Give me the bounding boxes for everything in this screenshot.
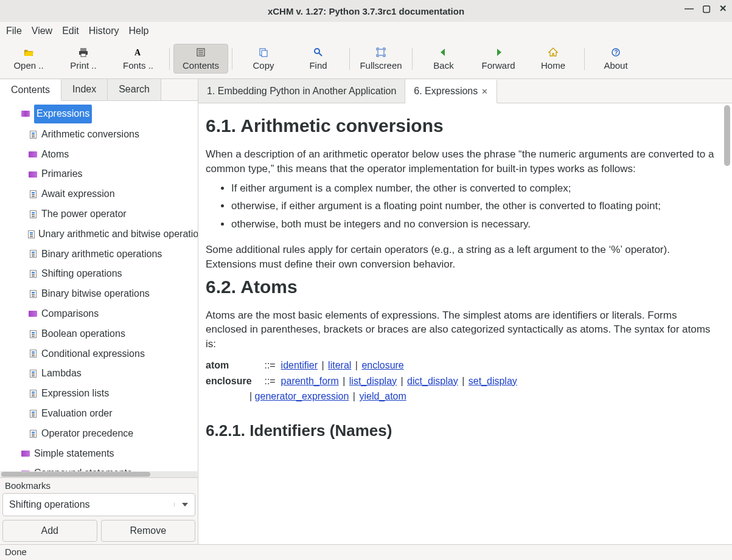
close-icon[interactable]: ✕ — [481, 87, 488, 96]
tree-item-label: Atoms — [41, 146, 69, 164]
grammar-link[interactable]: list_display — [349, 376, 397, 386]
document-scrollbar[interactable] — [724, 105, 730, 542]
tree-item[interactable]: Binary arithmetic operations — [0, 244, 198, 264]
tree-item[interactable]: Atoms — [0, 145, 198, 165]
svg-rect-2 — [81, 54, 86, 57]
menu-edit[interactable]: Edit — [62, 26, 79, 36]
bookmarks-combo[interactable]: Shifting operations — [2, 493, 195, 516]
fonts-button[interactable]: AFonts .. — [111, 44, 166, 73]
folder-open-icon — [24, 47, 33, 58]
fullscreen-icon — [376, 47, 386, 58]
tree-item-label: Primaries — [41, 165, 83, 183]
tree-item[interactable]: Primaries — [0, 164, 198, 184]
bookmarks-selected: Shifting operations — [3, 499, 174, 510]
doc-tab-label: 6. Expressions — [414, 86, 478, 97]
copy-button[interactable]: Copy — [236, 44, 291, 73]
grammar-link[interactable]: generator_expression — [255, 391, 349, 401]
tree-item[interactable]: Await expression — [0, 184, 198, 204]
tree-item-label: Expressions — [34, 105, 92, 123]
right-panel: 1. Embedding Python in Another Applicati… — [198, 79, 732, 544]
grammar-link[interactable]: identifier — [281, 360, 318, 370]
menu-view[interactable]: View — [32, 26, 52, 36]
toolbar-label: Back — [433, 60, 453, 71]
about-button[interactable]: ?About — [588, 44, 643, 73]
grammar-link[interactable]: literal — [328, 360, 351, 370]
heading-6-1: 6.1. Arithmetic conversions — [206, 116, 720, 136]
tree-item[interactable]: Compound statements — [0, 463, 198, 471]
bookmarks-label: Bookmarks — [2, 479, 195, 492]
statusbar: Done — [0, 544, 732, 560]
tree-item[interactable]: Evaluation order — [0, 404, 198, 424]
tree-item-label: The power operator — [41, 206, 127, 223]
tree-item[interactable]: Binary bitwise operations — [0, 284, 198, 304]
svg-rect-0 — [80, 48, 86, 51]
tree-item[interactable]: Comparisons — [0, 304, 198, 324]
grammar-link[interactable]: dict_display — [407, 376, 458, 386]
back-button[interactable]: Back — [416, 44, 471, 73]
maximize-button[interactable]: ▢ — [702, 4, 711, 13]
doc-tab[interactable]: 1. Embedding Python in Another Applicati… — [198, 79, 405, 103]
paragraph: Atoms are the most basic elements of exp… — [206, 308, 720, 351]
bookmark-add-button[interactable]: Add — [2, 520, 97, 542]
tree-item[interactable]: Shifting operations — [0, 264, 198, 284]
tree-item-label: Binary bitwise operations — [41, 285, 150, 303]
tree-item[interactable]: Expression lists — [0, 384, 198, 404]
contents-tree[interactable]: ExpressionsArithmetic conversionsAtomsPr… — [0, 101, 198, 471]
document-body[interactable]: 6.1. Arithmetic conversions When a descr… — [198, 103, 732, 544]
menu-file[interactable]: File — [6, 26, 22, 36]
toolbar-label: Home — [541, 60, 565, 71]
copy-icon — [259, 47, 268, 58]
close-button[interactable]: ✕ — [719, 4, 727, 13]
tree-item-label: Evaluation order — [41, 405, 113, 423]
tree-item-label: Lambdas — [41, 365, 82, 382]
paragraph: Some additional rules apply for certain … — [206, 243, 720, 272]
toolbar-label: Forward — [481, 60, 515, 71]
left-tab-index[interactable]: Index — [61, 79, 108, 100]
tree-item[interactable]: The power operator — [0, 204, 198, 224]
grammar-link[interactable]: yield_atom — [359, 391, 406, 401]
tree-item[interactable]: Lambdas — [0, 364, 198, 384]
tree-item[interactable]: Expressions — [0, 103, 198, 125]
bookmarks-dropdown-arrow[interactable] — [174, 503, 195, 506]
grammar-link[interactable]: set_display — [469, 376, 517, 386]
tree-item[interactable]: Operator precedence — [0, 424, 198, 444]
toolbar: Open ..Print ..AFonts ..ContentsCopyFind… — [0, 41, 732, 79]
home-button[interactable]: Home — [526, 44, 580, 73]
fullscreen-button[interactable]: Fullscreen — [354, 44, 408, 73]
contents-button[interactable]: Contents — [173, 44, 228, 74]
tree-item[interactable]: Conditional expressions — [0, 344, 198, 364]
tree-item[interactable]: Boolean operations — [0, 324, 198, 344]
about-icon: ? — [611, 47, 621, 58]
tree-item-label: Comparisons — [41, 305, 99, 323]
grammar-link[interactable]: parenth_form — [281, 376, 339, 386]
grammar-assign: ::= — [264, 360, 275, 370]
forward-button[interactable]: Forward — [471, 44, 526, 73]
titlebar: xCHM v. 1.27: Python 3.7.3rc1 documentat… — [0, 0, 732, 22]
tree-item-label: Expression lists — [41, 385, 109, 403]
find-button[interactable]: Find — [291, 44, 346, 73]
contents-icon — [196, 47, 206, 58]
left-tab-search[interactable]: Search — [108, 79, 161, 100]
menu-history[interactable]: History — [89, 26, 119, 36]
left-tab-contents[interactable]: Contents — [0, 80, 61, 101]
tree-item-label: Await expression — [41, 185, 115, 203]
doc-tab-label: 1. Embedding Python in Another Applicati… — [207, 86, 396, 97]
toolbar-separator — [584, 48, 585, 70]
font-icon: A — [133, 47, 143, 58]
svg-rect-12 — [378, 49, 384, 55]
tree-horizontal-scrollbar[interactable] — [1, 471, 197, 477]
open-button[interactable]: Open .. — [1, 44, 56, 73]
grammar-link[interactable]: enclosure — [361, 360, 403, 370]
tree-item-label: Arithmetic conversions — [41, 126, 139, 143]
minimize-button[interactable]: — — [685, 4, 694, 13]
tree-item[interactable]: Arithmetic conversions — [0, 125, 198, 145]
toolbar-label: Fonts .. — [123, 60, 153, 71]
toolbar-label: About — [604, 60, 627, 71]
tree-item[interactable]: Unary arithmetic and bitwise operations — [0, 224, 198, 244]
menu-help[interactable]: Help — [129, 26, 149, 36]
bookmark-remove-button[interactable]: Remove — [101, 520, 196, 542]
doc-tab[interactable]: 6. Expressions✕ — [405, 80, 497, 103]
document-tabs: 1. Embedding Python in Another Applicati… — [198, 79, 732, 103]
tree-item[interactable]: Simple statements — [0, 444, 198, 464]
print-button[interactable]: Print .. — [56, 44, 111, 73]
